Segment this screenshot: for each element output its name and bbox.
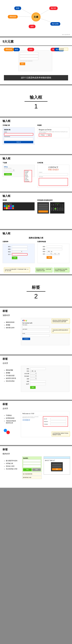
- slide-label-top: 标签 顶部对齐 最能包容标签易理解很快看完表单 ebay Get started…: [0, 308, 72, 354]
- continue-button[interactable]: Continue: [4, 173, 12, 176]
- tumblr-logo: tumblr.: [23, 457, 41, 459]
- annotation: 表单说明: [59, 48, 68, 50]
- time-select[interactable]: [37, 202, 49, 214]
- col-title-radio: 单选框: [37, 124, 69, 126]
- feature-list: 最大限度节约空间对应输入框适合短小表单无法包容输入内容: [0, 456, 22, 473]
- annotation: 但是此标签表单要求更多的垂直空间: [52, 328, 70, 333]
- invite-title: Request an Invite: [39, 129, 68, 131]
- url-input[interactable]: [23, 465, 41, 467]
- section-title: 标签: [27, 284, 45, 292]
- feature-list: 易阅读理解易理解节约垂直高度改变语言适应强适合优先阅读: [0, 366, 21, 386]
- note-radio: 因为选项只有两个，完全可以用单选框代替下拉框: [35, 268, 52, 272]
- continue-button[interactable]: Continue: [22, 338, 30, 340]
- right-title: 注册表单改版: [37, 240, 69, 242]
- dropdown-options[interactable]: GeorgiaHawaiiIdahoIllinoisIndianaIowaKan…: [24, 170, 32, 182]
- annotation: 暂时保存输入内容: [22, 476, 42, 479]
- decorative-blob: [3, 428, 12, 435]
- ebay-logo: ebay: [22, 319, 27, 322]
- login-panel: 登录: [51, 462, 63, 471]
- slide-title: 标签: [0, 401, 72, 408]
- slide-subtitle: 右对齐: [0, 362, 72, 366]
- feature-list: 不易阅读处理复杂标签为陌生表单提供更多的注意: [0, 411, 21, 427]
- annotation: 输入内容后标签消失: [22, 472, 42, 476]
- slide-title: 标签: [0, 356, 72, 362]
- slide-input-dropdown-textarea: 输入框 下拉框 Billing My Real Love Ave Georgia…: [0, 155, 72, 192]
- qq-input[interactable]: [30, 383, 46, 385]
- col-title-checkbox: 复选框: [3, 199, 35, 201]
- radio-phone[interactable]: [40, 134, 41, 136]
- section-title: 输入框: [25, 94, 47, 102]
- note-facebook: Facebook 在注册表里用了个可选性别的下拉框，占据了很大空间: [4, 268, 30, 272]
- slide-five-elements: 5大元素 Lorem ipsum dolor sit amet text 提交 …: [0, 38, 72, 84]
- callout-action: 动作: [27, 48, 34, 51]
- slide-choose-input: 输入框 选择合适的输入框 注册表单 姓名: 邮箱: 性别: 生日: 注册 注册表…: [0, 230, 72, 274]
- footer-credit: 由UE 赵尔安分享: [62, 34, 70, 36]
- col-title-text: 文本输入框: [3, 124, 35, 126]
- slide-subtitle: 左对齐: [0, 408, 72, 411]
- slide-subtitle: 顶部对齐: [0, 314, 72, 318]
- start-button[interactable]: 开始: [23, 468, 32, 471]
- annotation: 标签在输入框顶部位置展现给用户某些形式标签的长短都可接受: [52, 319, 70, 323]
- node-help: 帮助信息: [8, 15, 18, 18]
- col-title-textarea: 文本区域: [37, 162, 69, 164]
- col-title-dropdown: 下拉框: [3, 162, 35, 164]
- mindmap: 元素 标签 输入框 帮助信息 输入反馈 动作: [0, 4, 72, 30]
- todo-prompt: 你今天 7 做什么?: [45, 460, 69, 462]
- welcome-title: Welcome to VXP: [22, 412, 68, 415]
- feature-list: 最能包容标签易理解很快看完表单: [0, 318, 21, 332]
- login-button[interactable]: 登录: [32, 468, 41, 471]
- password-input[interactable]: [23, 462, 41, 464]
- slide-title: 输入框: [0, 230, 72, 237]
- node-action: 动作: [29, 25, 35, 28]
- slide-elements-mindmap: 元素 标签 输入框 帮助信息 输入反馈 动作 由UE 赵尔安分享: [0, 0, 72, 36]
- annotation: 左对齐标签和输入框间距不等造成视觉阻碍不易阅读: [52, 432, 70, 436]
- submit-button[interactable]: 注册: [12, 256, 17, 259]
- callout-help: 帮助信息: [4, 48, 14, 51]
- slide-label-left: 标签 左对齐 不易阅读处理复杂标签为陌生表单提供更多的注意 Welcome to…: [0, 401, 72, 445]
- slide-label-inside: 标签 框内对齐 最大限度节约空间对应输入框适合短小表单无法包容输入内容 tumb…: [0, 446, 72, 488]
- col-title-datepicker: 时间选择&其他更多控件: [37, 199, 69, 201]
- form-mock: Lorem ipsum dolor sit amet text 提交: [18, 50, 52, 71]
- state-dropdown[interactable]: [4, 170, 15, 172]
- slide-title: 标签: [0, 446, 72, 453]
- slide-section-label: 标签 2: [0, 275, 72, 306]
- pass-input[interactable]: [52, 466, 62, 468]
- slide-title: 输入框: [0, 118, 72, 124]
- note-date: 出生日期的格式不必去猜测，可直接在下拉框里选择: [54, 268, 69, 272]
- center-node: 元素: [31, 12, 41, 22]
- subject-input[interactable]: [39, 173, 68, 176]
- radio-tablet[interactable]: [46, 134, 47, 136]
- message-textarea[interactable]: [39, 178, 68, 186]
- password-input[interactable]: [4, 138, 33, 140]
- section-number: 2: [0, 293, 72, 300]
- slide-input-checkbox-date: 输入框 复选框 Choose Theme 时间选择&其他更多控件 June 20…: [0, 192, 72, 229]
- browser-mock: 你今天 7 做什么? 登录: [44, 456, 70, 474]
- signin-button[interactable]: SIGN IN: [4, 141, 33, 143]
- invite-subtitle: Thanks to lorem ipsum, consect adipisc e…: [39, 131, 68, 133]
- node-inputbox: 输入框: [49, 6, 58, 10]
- slide-subtitle: 选择合适的输入框: [0, 237, 72, 239]
- slide-title: 输入框: [0, 155, 72, 162]
- user-input[interactable]: [52, 464, 62, 466]
- name-input[interactable]: [30, 368, 46, 370]
- submit-button[interactable]: 注册: [47, 256, 52, 259]
- slide-title: 标签: [0, 308, 72, 314]
- color-picker[interactable]: [4, 205, 19, 209]
- email-input[interactable]: [23, 460, 41, 462]
- slide-title: 输入框: [0, 192, 72, 199]
- node-feedback: 输入反馈: [50, 22, 60, 26]
- node-label: 标签: [14, 6, 21, 10]
- mock-submit-button: 提交: [20, 62, 25, 65]
- calendar[interactable]: June 2012 SMTWTFS 12 3456789 10111213141…: [50, 202, 64, 214]
- gender-dropdown[interactable]: [12, 251, 22, 253]
- callout-label: 标签: [13, 48, 20, 51]
- login-button[interactable]: 登录: [52, 468, 62, 470]
- slide-section-input: 输入框 1: [0, 85, 72, 116]
- slide-title: 5大元素: [0, 38, 72, 46]
- slide-input-text-radio: 输入框 文本输入框 SIGN IN EMAIL PASSWORD SIGN IN…: [0, 118, 72, 154]
- email-input[interactable]: [30, 380, 46, 382]
- email-input[interactable]: [4, 133, 33, 136]
- section-number: 1: [0, 103, 72, 110]
- save-button[interactable]: 保存: [30, 386, 36, 389]
- slide-subtitle: 框内对齐: [0, 453, 72, 456]
